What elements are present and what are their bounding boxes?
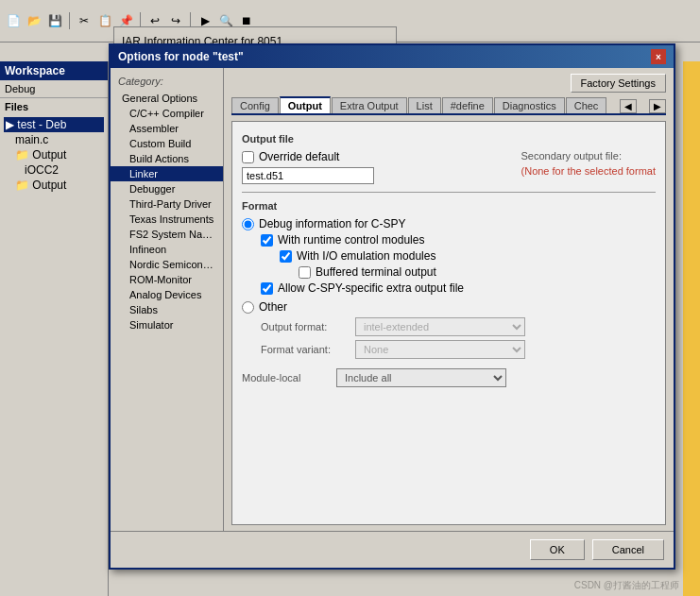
tab-extra-output[interactable]: Extra Output [332,97,407,113]
category-item-assembler[interactable]: Assembler [111,121,223,136]
format-divider [242,192,656,193]
tab-nav-next[interactable]: ▶ [649,99,666,113]
allow-extra-checkbox[interactable] [261,282,273,295]
debug-options-indent: With runtime control modules With I/O em… [261,233,656,295]
category-panel: Category: General Options C/C++ Compiler… [111,68,224,531]
ok-button[interactable]: OK [530,539,585,560]
module-local-select[interactable]: Include all [336,368,506,387]
allow-extra-label: Allow C-SPY-specific extra output file [278,281,464,295]
category-item-nordic-semiconduc[interactable]: Nordic Semiconduc. [111,257,223,272]
other-options-area: Output format: intel-extended Format var… [261,317,656,359]
output-format-row: Output format: intel-extended [261,317,656,336]
output-format-label: Output format: [261,321,355,332]
category-item-analog-devices[interactable]: Analog Devices [111,287,223,302]
output-file-section-header: Output file [242,133,656,145]
dialog-body: Category: General Options C/C++ Compiler… [111,68,674,531]
output-file-input[interactable]: test.d51 [242,167,374,184]
cancel-button[interactable]: Cancel [592,539,664,560]
tab-config[interactable]: Config [231,97,279,113]
category-item-rom-monitor[interactable]: ROM-Monitor [111,272,223,287]
buffered-label: Buffered terminal output [316,265,436,279]
category-title: Category: [111,72,223,91]
tab-nav-prev[interactable]: ◀ [620,99,637,113]
buffered-row: Buffered terminal output [299,265,656,279]
module-local-row: Module-local Include all [242,368,656,387]
category-item-texas-instruments[interactable]: Texas Instruments [111,212,223,227]
other-radio[interactable] [242,301,254,314]
content-panel: Factory Settings Config Output Extra Out… [224,68,674,531]
runtime-row: With runtime control modules [261,233,656,247]
format-variant-label: Format variant: [261,344,355,355]
allow-extra-row: Allow C-SPY-specific extra output file [261,281,656,295]
format-variant-select[interactable]: None [355,340,525,359]
tab-diagnostics[interactable]: Diagnostics [494,97,565,113]
category-item-third-party-driver[interactable]: Third-Party Driver [111,196,223,212]
io-emulation-checkbox[interactable] [280,250,292,263]
override-default-checkbox[interactable] [242,151,254,163]
output-format-select[interactable]: intel-extended [355,317,525,336]
dialog-close-button[interactable]: × [651,49,666,64]
buffered-checkbox[interactable] [299,266,311,279]
module-local-label: Module-local [242,372,336,383]
io-emulation-label: With I/O emulation modules [297,249,435,263]
debug-radio[interactable] [242,218,254,230]
category-item-build-actions[interactable]: Build Actions [111,151,223,166]
options-dialog: Options for node "test" × Category: Gene… [109,43,675,570]
category-item-fs2-system-navi[interactable]: FS2 System Navig. [111,227,223,242]
other-radio-row: Other [242,300,656,314]
modal-overlay: Options for node "test" × Category: Gene… [0,0,700,596]
dialog-titlebar: Options for node "test" × [111,45,674,68]
tab-list[interactable]: List [408,97,441,113]
tab-strip: Config Output Extra Output List #define … [231,96,666,115]
dialog-title: Options for node "test" [118,50,244,63]
io-emulation-row: With I/O emulation modules [280,249,656,263]
options-content-area: Output file Override default test.d51 [231,121,666,525]
category-item-c-cpp-compiler[interactable]: C/C++ Compiler [111,106,223,121]
secondary-output-value: (None for the selected format [521,165,656,177]
debug-radio-row: Debug information for C-SPY [242,217,656,230]
category-item-simulator[interactable]: Simulator [111,317,223,332]
category-item-general-options[interactable]: General Options [111,91,223,106]
category-item-custom-build[interactable]: Custom Build [111,136,223,151]
factory-btn-row: Factory Settings [231,74,666,93]
buffered-indent: Buffered terminal output [299,265,656,279]
category-item-debugger[interactable]: Debugger [111,181,223,196]
override-default-label: Override default [259,150,339,163]
factory-settings-button[interactable]: Factory Settings [571,74,666,93]
runtime-checkbox[interactable] [261,234,273,247]
category-item-linker[interactable]: Linker [111,166,223,181]
file-input-row: test.d51 [242,167,374,184]
secondary-output-area: Secondary output file: (None for the sel… [503,150,656,177]
debug-radio-label: Debug information for C-SPY [259,217,405,230]
runtime-label: With runtime control modules [278,233,424,247]
dialog-footer: OK Cancel [111,531,674,568]
format-section-header: Format [242,200,656,212]
format-variant-row: Format variant: None [261,340,656,359]
io-emulation-indent: With I/O emulation modules Buffered term… [280,249,656,279]
override-default-row: Override default [242,150,374,163]
secondary-output-label: Secondary output file: [521,150,656,162]
tab-define[interactable]: #define [442,97,493,113]
category-item-infineon[interactable]: Infineon [111,242,223,257]
tab-output[interactable]: Output [280,96,331,113]
category-item-silabs[interactable]: Silabs [111,302,223,317]
override-area: Override default test.d51 [242,150,374,184]
other-radio-label: Other [259,300,287,314]
tab-chec[interactable]: Chec [566,97,607,113]
